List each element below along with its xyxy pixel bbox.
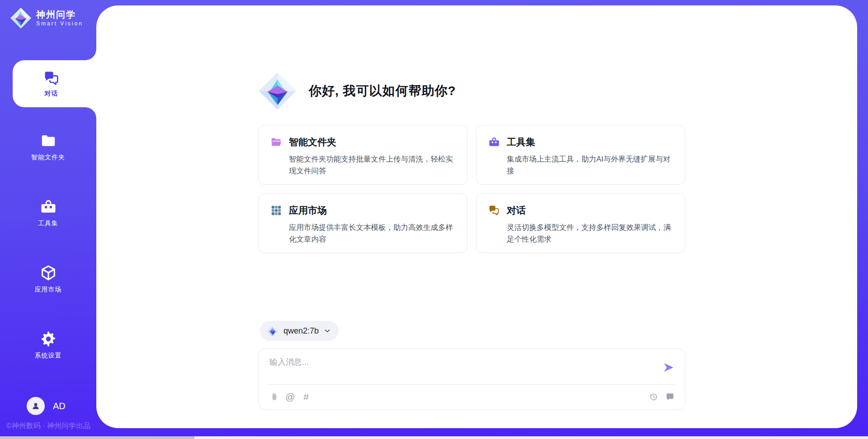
user-name: AD bbox=[53, 401, 66, 411]
card-description: 智能文件夹功能支持批量文件上传与清洗，轻松实现文件问答 bbox=[289, 153, 455, 177]
chat-bubble-icon bbox=[665, 392, 675, 401]
chevron-down-icon bbox=[323, 327, 331, 335]
model-selector[interactable]: qwen2:7b bbox=[260, 321, 339, 341]
model-logo-icon bbox=[266, 324, 279, 337]
send-icon[interactable] bbox=[662, 361, 675, 374]
greeting-title: 你好, 我可以如何帮助你? bbox=[309, 82, 456, 100]
horizontal-scrollbar[interactable] bbox=[0, 436, 868, 439]
avatar bbox=[27, 397, 45, 415]
sidebar-item-toolset[interactable]: 工具集 bbox=[0, 198, 96, 228]
assistant-logo-icon bbox=[258, 72, 297, 110]
card-toolset[interactable]: 工具集 集成市场上主流工具，助力AI与外界无缝扩展与对接 bbox=[476, 125, 685, 185]
history-clock-icon bbox=[649, 392, 658, 401]
gear-icon bbox=[40, 330, 57, 348]
model-name: qwen2:7b bbox=[283, 326, 319, 336]
sidebar-item-smart-folder[interactable]: 智能文件夹 bbox=[0, 132, 96, 162]
card-description: 应用市场提供丰富长文本模板，助力高效生成多样化文章内容 bbox=[289, 221, 455, 245]
sidebar-item-label: 系统设置 bbox=[0, 352, 96, 360]
paperclip-icon bbox=[270, 392, 279, 401]
feature-cards: 智能文件夹 智能文件夹功能支持批量文件上传与清洗，轻松实现文件问答 工具集 集成… bbox=[258, 125, 685, 253]
history-button[interactable] bbox=[649, 391, 659, 403]
sidebar-item-label: 对话 bbox=[45, 90, 58, 98]
message-input[interactable] bbox=[269, 357, 640, 380]
mention-button[interactable]: @ bbox=[285, 391, 295, 403]
copyright-text: ©神州数码 · 神州问学出品 bbox=[6, 421, 90, 431]
sidebar-item-label: 工具集 bbox=[0, 220, 96, 228]
brand-logo: 神州问学 Smart Vision bbox=[10, 7, 83, 29]
user-account[interactable]: AD bbox=[27, 397, 66, 415]
sidebar-item-settings[interactable]: 系统设置 bbox=[0, 330, 96, 360]
scrollbar-thumb[interactable] bbox=[0, 436, 194, 439]
brand-name-en: Smart Vision bbox=[36, 21, 83, 27]
conversation-button[interactable] bbox=[665, 391, 675, 403]
hashtag-button[interactable]: # bbox=[301, 391, 311, 403]
card-title: 智能文件夹 bbox=[289, 136, 336, 148]
card-title: 工具集 bbox=[507, 136, 535, 148]
brand-diamond-icon bbox=[10, 7, 32, 29]
brand-name-cn: 神州问学 bbox=[36, 10, 83, 19]
sidebar-item-label: 智能文件夹 bbox=[0, 153, 96, 162]
message-composer: @ # bbox=[258, 348, 685, 410]
folder-icon bbox=[40, 132, 57, 149]
card-smart-folder[interactable]: 智能文件夹 智能文件夹功能支持批量文件上传与清洗，轻松实现文件问答 bbox=[258, 125, 467, 185]
card-chat[interactable]: 对话 灵活切换多模型文件，支持多样回复效果调试，满足个性化需求 bbox=[476, 193, 685, 253]
card-app-market[interactable]: 应用市场 应用市场提供丰富长文本模板，助力高效生成多样化文章内容 bbox=[258, 193, 467, 253]
toolbox-icon bbox=[40, 198, 57, 215]
cube-icon bbox=[40, 264, 57, 282]
composer-toolbar: @ # bbox=[269, 390, 675, 404]
sidebar-item-chat[interactable]: 对话 bbox=[13, 60, 96, 107]
folder-open-icon bbox=[270, 136, 282, 148]
app-root: 神州问学 Smart Vision 对话 智能文件夹 工具集 应用市场 系统设置 bbox=[0, 0, 868, 439]
chat-icon bbox=[488, 205, 500, 216]
chat-icon bbox=[43, 70, 60, 86]
greeting: 你好, 我可以如何帮助你? bbox=[258, 72, 456, 110]
sidebar-item-label: 应用市场 bbox=[0, 286, 96, 294]
card-title: 应用市场 bbox=[289, 204, 327, 217]
card-description: 灵活切换多模型文件，支持多样回复效果调试，满足个性化需求 bbox=[507, 221, 673, 245]
toolbox-icon bbox=[488, 136, 500, 148]
tab-fillet-top bbox=[85, 49, 96, 60]
tab-fillet-bottom bbox=[85, 107, 96, 118]
sidebar-item-app-market[interactable]: 应用市场 bbox=[0, 264, 96, 294]
user-icon bbox=[30, 401, 41, 411]
attach-button[interactable] bbox=[269, 391, 279, 403]
composer-divider bbox=[268, 384, 676, 385]
card-title: 对话 bbox=[507, 204, 526, 217]
card-description: 集成市场上主流工具，助力AI与外界无缝扩展与对接 bbox=[507, 153, 673, 177]
app-grid-icon bbox=[270, 205, 282, 216]
